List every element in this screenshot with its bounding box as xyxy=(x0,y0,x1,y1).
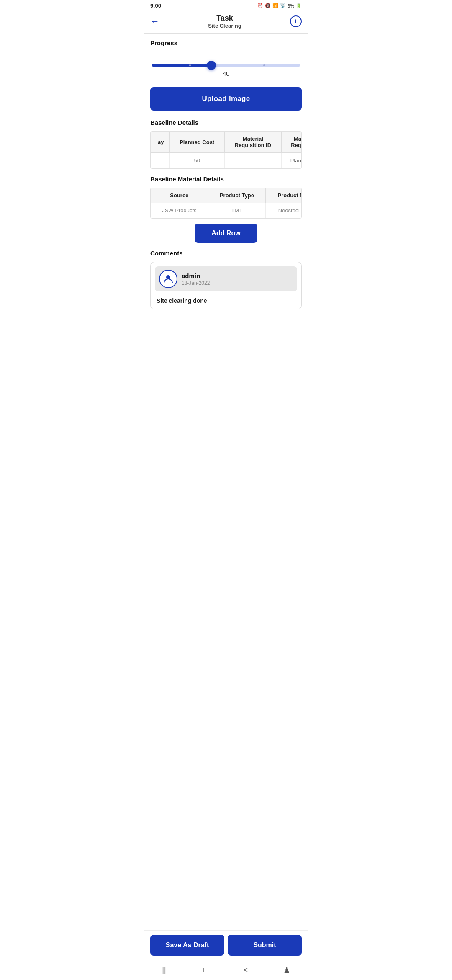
slider-track xyxy=(152,64,300,67)
alarm-icon: ⏰ xyxy=(257,3,263,8)
dropdown-value: Planned xyxy=(290,157,302,164)
baseline-details-section: Baseline Details lay Planned Cost Materi… xyxy=(150,119,302,169)
wifi-icon: 📶 xyxy=(272,3,278,8)
bottom-spacer xyxy=(150,316,302,350)
slider-fill xyxy=(152,64,211,67)
comments-section: Comments admin 18-Jan-2022 Site clearing… xyxy=(150,250,302,309)
comment-text: Site clearing done xyxy=(155,296,297,305)
comments-title: Comments xyxy=(150,250,302,257)
signal-icon: 📡 xyxy=(280,3,286,8)
comment-username: admin xyxy=(182,272,210,279)
table-header-row: lay Planned Cost MaterialRequisition ID … xyxy=(151,132,302,153)
cell-planned-cost: 50 xyxy=(170,153,224,168)
progress-section: Progress 40 xyxy=(150,39,302,81)
comment-card: admin 18-Jan-2022 Site clearing done xyxy=(150,262,302,309)
col-planned-cost: Planned Cost xyxy=(170,132,224,153)
col-material-req-id: MaterialRequisition ID xyxy=(224,132,282,153)
material-header-row: Source Product Type Product Name xyxy=(151,188,302,203)
progress-title: Progress xyxy=(150,39,302,46)
baseline-details-title: Baseline Details xyxy=(150,119,302,126)
cell-material-req[interactable]: Planned ▼ xyxy=(282,153,302,168)
slider-tick-2 xyxy=(263,64,265,66)
col-product-type: Product Type xyxy=(208,188,266,203)
col-source: Source xyxy=(151,188,208,203)
baseline-material-section: Baseline Material Details Source Product… xyxy=(150,175,302,243)
table-row: 50 Planned ▼ xyxy=(151,153,302,168)
slider-thumb[interactable] xyxy=(207,61,216,70)
slider-tick-1 xyxy=(189,64,191,66)
cell-material-req-id xyxy=(224,153,282,168)
col-material-req: MaterialRequisitio xyxy=(282,132,302,153)
cell-product-name: Neosteel 550D xyxy=(266,203,302,218)
cell-source: JSW Products xyxy=(151,203,208,218)
baseline-material-table-wrapper: Source Product Type Product Name JSW Pro… xyxy=(150,188,302,219)
header: ← Task Site Clearing i xyxy=(144,10,308,34)
comment-header: admin 18-Jan-2022 xyxy=(155,266,297,291)
baseline-details-table: lay Planned Cost MaterialRequisition ID … xyxy=(151,132,302,168)
comment-user-info: admin 18-Jan-2022 xyxy=(182,272,210,286)
page-title: Task xyxy=(159,14,290,23)
material-table-row: JSW Products TMT Neosteel 550D xyxy=(151,203,302,218)
user-avatar-icon xyxy=(162,273,174,285)
status-icons: ⏰ 🔇 📶 📡 6% 🔋 xyxy=(257,3,302,8)
comment-date: 18-Jan-2022 xyxy=(182,280,210,286)
main-content: Progress 40 Upload Image Baseline Detail… xyxy=(144,34,308,350)
mute-icon: 🔇 xyxy=(265,3,271,8)
col-lay: lay xyxy=(151,132,170,153)
status-time: 9:00 xyxy=(150,3,161,9)
slider-value: 40 xyxy=(152,70,300,77)
baseline-material-table: Source Product Type Product Name JSW Pro… xyxy=(151,188,302,218)
avatar xyxy=(159,270,177,288)
battery-icon: 🔋 xyxy=(296,3,302,8)
baseline-material-title: Baseline Material Details xyxy=(150,175,302,183)
baseline-details-table-wrapper: lay Planned Cost MaterialRequisition ID … xyxy=(150,131,302,169)
back-button[interactable]: ← xyxy=(150,16,159,27)
upload-image-button[interactable]: Upload Image xyxy=(150,87,302,111)
slider-container: 40 xyxy=(150,52,302,81)
col-product-name: Product Name xyxy=(266,188,302,203)
header-title-block: Task Site Clearing xyxy=(159,14,290,29)
info-button[interactable]: i xyxy=(290,15,302,27)
add-row-button[interactable]: Add Row xyxy=(195,224,257,243)
cell-product-type: TMT xyxy=(208,203,266,218)
page-subtitle: Site Clearing xyxy=(159,23,290,29)
cell-lay xyxy=(151,153,170,168)
battery-percent: 6% xyxy=(288,3,294,8)
status-bar: 9:00 ⏰ 🔇 📶 📡 6% 🔋 xyxy=(144,0,308,10)
